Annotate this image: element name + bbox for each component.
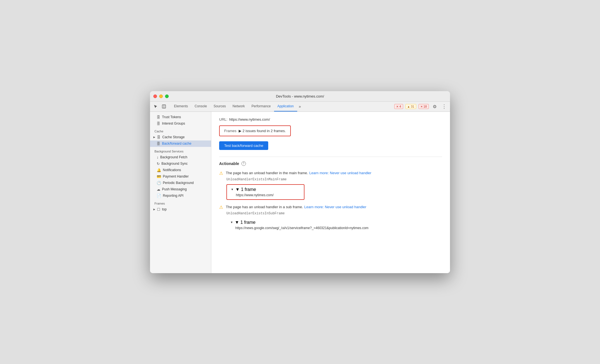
tab-network[interactable]: Network	[229, 102, 248, 111]
actionable-header: Actionable ?	[219, 161, 442, 166]
frames-issues-box[interactable]: Frames ▶ 2 issues found in 2 frames.	[219, 125, 291, 136]
issue-1-row: ⚠ The page has an unload handler in the …	[219, 170, 442, 176]
report-icon: 📄	[157, 194, 161, 198]
tab-elements[interactable]: Elements	[171, 102, 191, 111]
tab-sources[interactable]: Sources	[210, 102, 229, 111]
issue-1-link[interactable]: Learn more: Never use unload handler	[309, 171, 371, 175]
tab-console[interactable]: Console	[191, 102, 210, 111]
warning-icon: ▲	[407, 105, 410, 108]
sidebar-item-notifications[interactable]: 🔔 Notifications	[150, 167, 211, 173]
top-arrow-icon: ▶	[153, 208, 155, 211]
collapse-arrow-icon-1: ▼	[231, 188, 234, 191]
traffic-lights	[153, 94, 169, 98]
issue-2-text: The page has an unload handler in a sub …	[226, 205, 303, 209]
main-content: 🗄 Trust Tokens 🗄 Interest Groups Cache ▶…	[150, 112, 450, 273]
maximize-button[interactable]	[165, 94, 169, 98]
issue-2-link[interactable]: Learn more: Never use unload handler	[304, 205, 366, 209]
collapse-arrow-icon-2: ▼	[230, 221, 233, 224]
issue-2-code: UnloadHandlerExistsInSubFrame	[226, 212, 442, 215]
issue-1-text: The page has an unload handler in the ma…	[226, 171, 308, 175]
errors-badge[interactable]: ✕ 4	[394, 104, 403, 109]
tab-bar: Elements Console Sources Network Perform…	[150, 102, 450, 112]
title-bar: DevTools - www.nytimes.com/	[150, 91, 450, 102]
sidebar-item-top[interactable]: ▶ ☐ top	[150, 206, 211, 213]
bg-fetch-icon: ↕	[157, 155, 159, 159]
tab-bar-right: ✕ 4 ▲ 31 ✕ 18 ⚙ ⋮	[394, 102, 448, 111]
url-value: https://www.nytimes.com/	[229, 117, 270, 122]
sidebar-item-trust-tokens[interactable]: 🗄 Trust Tokens	[150, 114, 211, 120]
database-icon: 🗄	[157, 115, 160, 119]
sidebar-item-backforward-cache[interactable]: 🗄 Back/forward cache	[150, 140, 211, 147]
issue-1-frame-toggle[interactable]: ▼ ▼ 1 frame	[231, 187, 300, 192]
bell-icon: 🔔	[157, 168, 161, 172]
close-button[interactable]	[153, 94, 157, 98]
sidebar-item-reporting-api[interactable]: 📄 Reporting API	[150, 193, 211, 199]
warnings-badge[interactable]: ▲ 31	[405, 104, 416, 109]
issue-1-frame-url: https://www.nytimes.com/	[236, 193, 300, 197]
section-divider	[219, 157, 442, 157]
frame-icon: ☐	[157, 207, 160, 212]
test-backforward-button[interactable]: Test back/forward cache	[219, 141, 268, 150]
tab-performance[interactable]: Performance	[248, 102, 274, 111]
actionable-title: Actionable	[219, 161, 239, 166]
expand-arrow-icon: ▶	[153, 136, 155, 139]
backforward-icon: 🗄	[157, 142, 160, 146]
toolbar-icons	[152, 102, 167, 111]
payment-icon: 💳	[157, 174, 161, 179]
issues-icon: ✕	[420, 105, 423, 108]
database-icon-2: 🗄	[157, 122, 160, 126]
sidebar-item-payment-handler[interactable]: 💳 Payment Handler	[150, 173, 211, 180]
tab-application[interactable]: Application	[274, 102, 297, 111]
sidebar-item-interest-groups[interactable]: 🗄 Interest Groups	[150, 120, 211, 127]
sidebar-item-push-messaging[interactable]: ☁ Push Messaging	[150, 186, 211, 193]
warning-icon-1: ⚠	[219, 171, 223, 176]
sync-icon: ↻	[157, 162, 160, 166]
issue-1-content: The page has an unload handler in the ma…	[226, 170, 371, 175]
sidebar-item-periodic-bg[interactable]: 🕐 Periodic Background	[150, 180, 211, 186]
main-panel: URL: https://www.nytimes.com/ Frames ▶ 2…	[211, 112, 450, 273]
cloud-icon: ☁	[157, 187, 160, 191]
frames-issues-text: ▶ 2 issues found in 2 frames.	[239, 129, 286, 133]
more-tabs-button[interactable]: »	[297, 102, 303, 111]
help-icon[interactable]: ?	[241, 161, 246, 166]
cache-section-label: Cache	[150, 127, 211, 134]
more-options-button[interactable]: ⋮	[441, 103, 448, 110]
sidebar: 🗄 Trust Tokens 🗄 Interest Groups Cache ▶…	[150, 112, 211, 273]
window-title: DevTools - www.nytimes.com/	[276, 94, 324, 98]
issue-2-content: The page has an unload handler in a sub …	[226, 204, 366, 209]
clock-icon: 🕐	[157, 181, 161, 185]
issue-2-frame-count: ▼ 1 frame	[235, 220, 256, 225]
warning-icon-2: ⚠	[219, 205, 223, 210]
url-label: URL:	[219, 117, 228, 122]
issue-2-frame-section: ▼ ▼ 1 frame https://news.google.com/swg/…	[226, 218, 383, 232]
bg-services-section-label: Background Services	[150, 147, 211, 154]
sidebar-item-cache-storage[interactable]: ▶ 🗄 Cache Storage	[150, 134, 211, 140]
devtools-window: DevTools - www.nytimes.com/ Elements Con…	[150, 91, 450, 273]
error-icon: ✕	[396, 105, 398, 108]
dock-icon[interactable]	[161, 103, 167, 110]
minimize-button[interactable]	[159, 94, 163, 98]
issue-1-code: UnloadHandlerExistsInMainFrame	[226, 178, 442, 181]
issue-2-frame-url: https://news.google.com/swg/_/ui/v1/serv…	[235, 226, 379, 230]
url-row: URL: https://www.nytimes.com/	[219, 117, 442, 122]
issue-2-frame-toggle[interactable]: ▼ ▼ 1 frame	[230, 220, 379, 225]
sidebar-item-bg-fetch[interactable]: ↕ Background Fetch	[150, 154, 211, 161]
frames-section-label: Frames	[150, 199, 211, 206]
settings-button[interactable]: ⚙	[431, 103, 438, 110]
sidebar-item-bg-sync[interactable]: ↻ Background Sync	[150, 161, 211, 167]
cursor-icon[interactable]	[152, 103, 159, 110]
issue-1-frame-box: ▼ ▼ 1 frame https://www.nytimes.com/	[226, 184, 304, 200]
issues-badge[interactable]: ✕ 18	[418, 104, 429, 109]
cache-storage-icon: 🗄	[157, 135, 161, 139]
issue-1-frame-count: ▼ 1 frame	[235, 187, 256, 192]
issue-2-row: ⚠ The page has an unload handler in a su…	[219, 204, 442, 210]
frames-label: Frames	[224, 129, 236, 133]
